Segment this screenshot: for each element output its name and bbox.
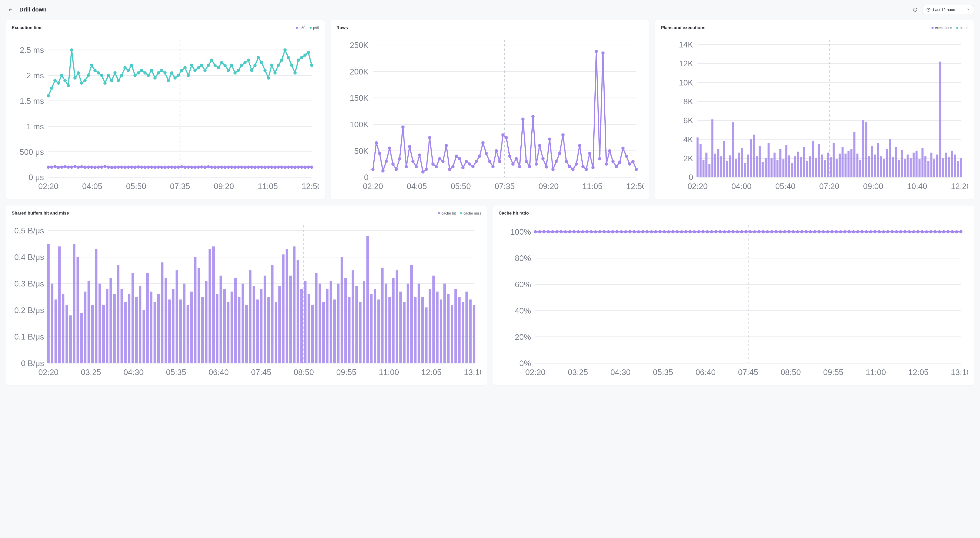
svg-point-137 <box>163 71 167 75</box>
svg-rect-341 <box>800 157 802 177</box>
svg-point-249 <box>528 165 531 168</box>
svg-point-571 <box>577 230 580 233</box>
svg-rect-328 <box>762 162 764 177</box>
svg-point-585 <box>637 230 640 233</box>
svg-rect-498 <box>333 300 336 363</box>
legend-item[interactable]: p50 <box>296 26 305 30</box>
svg-point-161 <box>243 61 247 64</box>
svg-point-261 <box>568 165 571 168</box>
svg-rect-331 <box>770 159 773 177</box>
svg-point-181 <box>310 63 313 67</box>
svg-point-211 <box>401 125 405 129</box>
svg-point-166 <box>260 61 263 64</box>
svg-rect-438 <box>113 294 116 363</box>
cache-hit-ratio-chart[interactable]: 0%20%40%60%80%100%02:2003:2504:3005:3506… <box>499 219 968 381</box>
svg-point-207 <box>388 147 391 150</box>
svg-rect-377 <box>907 155 909 177</box>
svg-rect-470 <box>231 292 233 363</box>
svg-point-264 <box>578 144 581 147</box>
svg-point-612 <box>753 230 756 233</box>
svg-rect-321 <box>741 148 743 177</box>
svg-text:0 B/μs: 0 B/μs <box>21 359 44 368</box>
svg-point-277 <box>621 147 625 150</box>
svg-point-127 <box>130 63 134 67</box>
legend-dot-icon <box>296 27 298 29</box>
svg-point-47 <box>130 165 134 169</box>
svg-point-26 <box>60 165 63 169</box>
legend-dot-icon <box>438 212 440 214</box>
svg-point-245 <box>515 157 518 160</box>
refresh-button[interactable] <box>911 5 920 14</box>
svg-point-99 <box>304 165 307 169</box>
svg-point-617 <box>775 230 778 233</box>
svg-rect-368 <box>880 156 882 177</box>
svg-rect-393 <box>954 155 956 177</box>
svg-point-578 <box>607 230 610 233</box>
svg-point-122 <box>113 71 117 75</box>
svg-rect-536 <box>473 305 475 363</box>
svg-point-622 <box>796 230 799 233</box>
svg-rect-357 <box>848 151 850 177</box>
svg-point-270 <box>598 157 601 160</box>
svg-rect-476 <box>253 286 255 363</box>
back-button[interactable] <box>6 6 14 14</box>
svg-point-262 <box>571 168 575 171</box>
svg-point-129 <box>137 71 140 75</box>
svg-rect-490 <box>304 281 307 363</box>
svg-point-35 <box>90 165 94 169</box>
svg-text:0.2 B/μs: 0.2 B/μs <box>14 306 44 315</box>
svg-point-44 <box>120 165 123 169</box>
svg-point-212 <box>405 165 408 168</box>
svg-text:0.4 B/μs: 0.4 B/μs <box>14 252 44 262</box>
svg-rect-360 <box>856 154 858 177</box>
header-right: Last 12 hours <box>911 5 974 14</box>
svg-rect-507 <box>366 236 369 363</box>
svg-rect-508 <box>370 294 372 363</box>
svg-rect-369 <box>883 159 885 177</box>
legend-item[interactable]: p95 <box>310 26 319 30</box>
legend-item[interactable]: executions <box>932 26 952 30</box>
svg-rect-481 <box>271 265 274 363</box>
svg-rect-449 <box>154 302 156 363</box>
svg-text:0: 0 <box>364 173 369 182</box>
svg-text:09:55: 09:55 <box>336 367 356 376</box>
svg-point-561 <box>534 230 537 233</box>
svg-point-581 <box>620 230 623 233</box>
svg-point-101 <box>310 165 313 169</box>
svg-text:02:20: 02:20 <box>38 182 59 191</box>
svg-rect-534 <box>466 292 468 363</box>
svg-point-69 <box>204 165 207 169</box>
svg-point-635 <box>852 230 855 233</box>
svg-point-231 <box>468 162 471 166</box>
legend-item[interactable]: cache miss <box>460 211 481 215</box>
svg-rect-367 <box>877 143 879 177</box>
svg-point-95 <box>290 165 293 169</box>
svg-point-23 <box>50 165 53 169</box>
execution-time-chart[interactable]: 0 μs500 μs1 ms1.5 ms2 ms2.5 ms02:2004:05… <box>12 34 319 195</box>
svg-point-141 <box>177 74 180 77</box>
svg-point-51 <box>143 165 147 169</box>
svg-point-45 <box>123 165 127 169</box>
svg-point-254 <box>545 165 548 168</box>
svg-rect-343 <box>806 161 808 177</box>
time-range-selector[interactable]: Last 12 hours <box>923 5 974 14</box>
legend-label: cache hit <box>442 211 456 215</box>
svg-point-148 <box>200 63 204 67</box>
shared-buffers-chart[interactable]: 0 B/μs0.1 B/μs0.2 B/μs0.3 B/μs0.4 B/μs0.… <box>12 219 481 381</box>
svg-point-36 <box>94 165 97 169</box>
legend-item[interactable]: plans <box>956 26 968 30</box>
svg-rect-440 <box>121 289 123 363</box>
svg-point-268 <box>591 166 595 170</box>
svg-point-169 <box>270 63 273 67</box>
chart-grid-row2: Shared buffers hit and miss cache hitcac… <box>6 206 974 386</box>
legend-item[interactable]: cache hit <box>438 211 456 215</box>
plans-executions-chart[interactable]: 02K4K6K8K10K12K14K02:2004:0005:4007:2009… <box>661 34 968 195</box>
svg-point-599 <box>697 230 700 233</box>
svg-point-598 <box>693 230 696 233</box>
svg-point-163 <box>250 68 253 72</box>
rows-chart[interactable]: 050K100K150K200K250K02:2004:0505:5007:35… <box>336 34 644 195</box>
svg-rect-469 <box>227 302 229 363</box>
svg-text:150K: 150K <box>350 94 369 103</box>
svg-point-220 <box>431 162 434 166</box>
svg-rect-323 <box>747 155 749 177</box>
